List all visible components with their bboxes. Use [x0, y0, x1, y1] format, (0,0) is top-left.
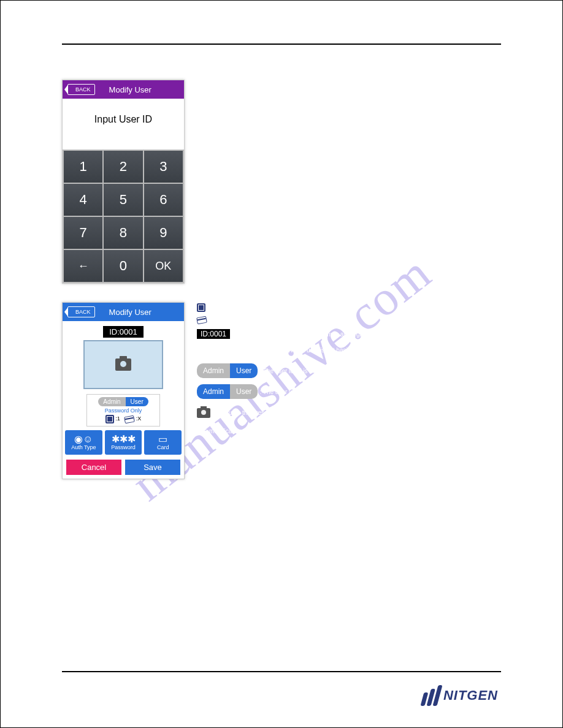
- role-user[interactable]: User: [126, 397, 148, 406]
- password-icon: ✱✱✱: [112, 434, 136, 444]
- user-id-badge: ID:0001: [103, 326, 144, 338]
- role-admin[interactable]: Admin: [98, 397, 125, 406]
- keypad-icon: [197, 303, 205, 312]
- desc1-line3: If you want to read the user to modify f…: [197, 98, 501, 107]
- role-admin-label: Admin: [197, 384, 230, 399]
- row-modify-input: BACK Modify User Input User ID 1 2 3 4 5…: [62, 80, 501, 284]
- titlebar-title: Modify User: [95, 85, 184, 94]
- auth-mode-label: Password Only: [90, 408, 157, 414]
- desc-pill1: : The user level is the general user.: [259, 368, 354, 374]
- brand-name: NITGEN: [443, 688, 498, 703]
- titlebar-title: Modify User: [95, 308, 184, 317]
- camera-icon: [115, 358, 131, 371]
- doc-header: eNBioAccess-T2 User Guide: [62, 25, 156, 34]
- key-5[interactable]: 5: [104, 184, 142, 216]
- desc-cam: : Captures the present image as a pictur…: [212, 409, 326, 416]
- desc1-line4: After reading the card, the screen is ch…: [197, 107, 501, 116]
- card-icon: [196, 316, 207, 325]
- password-button[interactable]: ✱✱✱ Password: [105, 430, 142, 455]
- role-admin-label: Admin: [197, 363, 230, 378]
- cancel-button[interactable]: Cancel: [66, 460, 121, 475]
- card-count: :X: [136, 415, 142, 422]
- section-heading: 3.3.3. Modify: [62, 68, 501, 77]
- role-user-label: User: [230, 384, 258, 399]
- photo-capture-box[interactable]: [83, 340, 163, 389]
- manual-page: eNBioAccess-T2 User Guide 38 manualshive…: [0, 0, 563, 728]
- id-badge-inline: ID:0001: [197, 329, 230, 339]
- key-8[interactable]: 8: [104, 217, 142, 249]
- card-icon: [124, 415, 135, 423]
- desc-fp: : The number of registered fingerprints: [207, 304, 312, 311]
- key-3[interactable]: 3: [144, 151, 183, 183]
- card-label: Card: [157, 444, 169, 450]
- key-9[interactable]: 9: [144, 217, 183, 249]
- action-buttons-row: ◉☺ Auth Type ✱✱✱ Password ▭ Card: [63, 429, 184, 456]
- back-button[interactable]: BACK: [67, 306, 95, 317]
- content-area: 3.3.3. Modify BACK Modify User Input Use…: [62, 62, 501, 654]
- titlebar-purple: BACK Modify User: [63, 80, 184, 99]
- key-1[interactable]: 1: [64, 151, 102, 183]
- camera-icon: [197, 408, 210, 418]
- brand-bars-icon: [420, 685, 442, 706]
- device-screen-keypad: BACK Modify User Input User ID 1 2 3 4 5…: [62, 80, 185, 284]
- page-number-top: 38: [493, 25, 501, 34]
- back-button[interactable]: BACK: [67, 84, 95, 95]
- role-pill-user: Admin User: [197, 363, 258, 378]
- desc-id: refers to the User ID whose fingerprints…: [232, 331, 380, 338]
- device-screen-detail: BACK Modify User ID:0001 Admin User Pass…: [62, 302, 185, 479]
- key-6[interactable]: 6: [144, 184, 183, 216]
- key-4[interactable]: 4: [64, 184, 102, 216]
- key-0[interactable]: 0: [104, 250, 142, 282]
- titlebar-blue: BACK Modify User: [63, 303, 184, 321]
- role-pill[interactable]: Admin User: [98, 397, 148, 406]
- auth-type-button[interactable]: ◉☺ Auth Type: [65, 430, 102, 455]
- fingerprint-face-icon: ◉☺: [74, 434, 93, 444]
- input-prompt: Input User ID: [63, 99, 184, 150]
- fp-count: :1: [115, 415, 120, 422]
- desc-block-2: : The number of registered fingerprints …: [197, 302, 501, 436]
- top-rule: [62, 44, 501, 45]
- key-7[interactable]: 7: [64, 217, 102, 249]
- desc-pill2: : The user level is the admin.: [259, 389, 338, 395]
- counts-row: :1 :X: [90, 415, 157, 423]
- keypad-icon: [105, 415, 114, 423]
- row-modify-detail: BACK Modify User ID:0001 Admin User Pass…: [62, 302, 501, 479]
- bottom-rule: [62, 671, 501, 672]
- desc-block-1: Select [Modify] in the user management m…: [197, 80, 501, 116]
- card-button[interactable]: ▭ Card: [144, 430, 182, 455]
- desc-card: : The number of registered cards: [209, 317, 297, 324]
- desc-other: The modification method of each item is …: [197, 427, 501, 436]
- key-2[interactable]: 2: [104, 151, 142, 183]
- role-pill-admin: Admin User: [197, 384, 258, 399]
- footer-buttons: Cancel Save: [63, 456, 184, 479]
- desc-auth: When the user is registered, the level o…: [197, 346, 501, 355]
- key-ok[interactable]: OK: [144, 250, 183, 282]
- password-label: Password: [111, 444, 136, 450]
- brand-logo: NITGEN: [423, 685, 498, 706]
- desc1-line1: Select [Modify] in the user management m…: [197, 80, 501, 89]
- save-button[interactable]: Save: [125, 460, 180, 475]
- auth-type-label: Auth Type: [71, 444, 96, 450]
- keypad: 1 2 3 4 5 6 7 8 9 ← 0 OK: [63, 150, 184, 283]
- user-info-box: Admin User Password Only :1 :X: [86, 394, 160, 427]
- card-icon: ▭: [158, 434, 167, 444]
- key-back[interactable]: ←: [64, 250, 102, 282]
- desc1-line2: Input the ID of the user to modify and p…: [197, 89, 501, 98]
- role-user-label: User: [230, 363, 258, 378]
- page-inner: eNBioAccess-T2 User Guide 38 manualshive…: [37, 13, 526, 715]
